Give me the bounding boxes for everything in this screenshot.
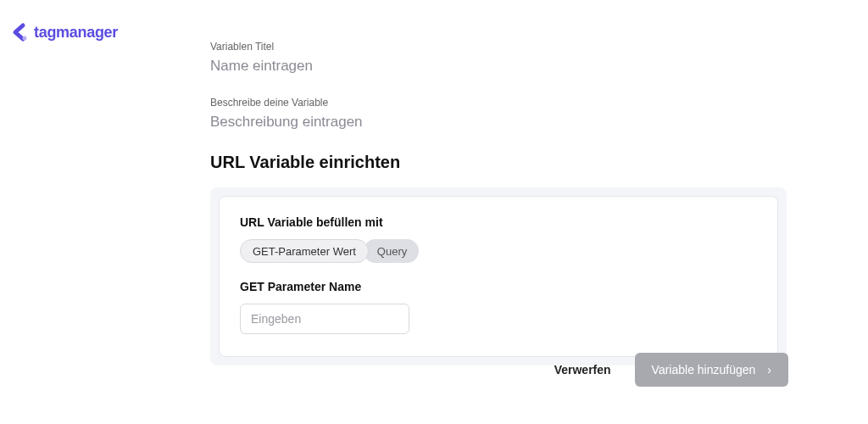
logo[interactable]: tagmanager (10, 22, 118, 42)
main-panel: Variablen Titel Name eintragen Beschreib… (210, 41, 787, 365)
footer-actions: Verwerfen Variable hinzufügen › (554, 353, 788, 387)
get-parameter-name-label: GET Parameter Name (240, 280, 757, 293)
logo-icon (10, 22, 31, 42)
variable-title-label: Variablen Titel (210, 41, 787, 53)
add-variable-button-label: Variable hinzufügen (652, 363, 756, 377)
fill-with-label: URL Variable befüllen mit (240, 215, 757, 229)
svg-point-0 (23, 36, 27, 41)
section-title: URL Variable einrichten (210, 153, 787, 172)
fill-with-chips: GET-Parameter Wert Query (240, 239, 757, 263)
logo-text: tagmanager (34, 24, 118, 42)
config-card: URL Variable befüllen mit GET-Parameter … (219, 196, 778, 357)
variable-description-label: Beschreibe deine Variable (210, 97, 787, 109)
variable-description-input[interactable]: Beschreibung eintragen (210, 114, 787, 131)
discard-button[interactable]: Verwerfen (554, 363, 611, 377)
add-variable-button[interactable]: Variable hinzufügen › (635, 353, 788, 387)
get-parameter-name-input[interactable] (240, 304, 409, 334)
config-card-outer: URL Variable befüllen mit GET-Parameter … (210, 187, 787, 365)
chip-get-parameter-wert[interactable]: GET-Parameter Wert (240, 239, 369, 263)
chip-query[interactable]: Query (364, 239, 419, 263)
variable-title-input[interactable]: Name eintragen (210, 58, 787, 75)
chevron-right-icon: › (767, 363, 771, 377)
